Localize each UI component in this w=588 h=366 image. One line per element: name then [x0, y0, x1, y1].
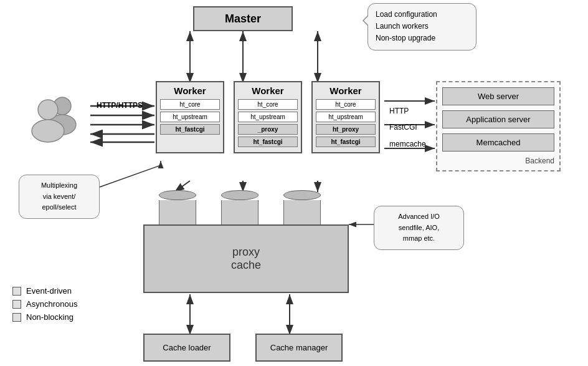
cyl-2-top	[221, 190, 258, 200]
worker-2-module-2: ht_upstream	[238, 112, 298, 122]
backend-panel: Web server Application server Memcached …	[436, 81, 561, 171]
backend-label: Backend	[442, 157, 554, 165]
worker-2-title: Worker	[238, 85, 298, 96]
worker-1-title: Worker	[160, 85, 220, 96]
app-server-item: Application server	[442, 110, 554, 128]
proxy-cache-label: proxycache	[231, 246, 261, 272]
master-callout-line3: Non-stop upgrade	[376, 32, 468, 44]
worker-1-module-1: ht_core	[160, 99, 220, 110]
master-callout-line2: Launch workers	[376, 21, 468, 32]
http-protocol-label: HTTP	[389, 103, 426, 119]
legend-square-2	[12, 300, 21, 309]
protocol-labels: HTTP FastCGI memcache	[389, 103, 426, 152]
advio-callout: Advanced I/Osendfile, AIO,mmap etc.	[374, 206, 464, 250]
worker-box-1: Worker ht_core ht_upstream ht_fastcgi	[156, 81, 224, 153]
workers-area: Worker ht_core ht_upstream ht_fastcgi Wo…	[156, 81, 380, 153]
multiplex-callout: Multiplexingvia kevent/epoll/select	[19, 175, 100, 219]
worker-2-module-4: ht_fastcgi	[238, 137, 298, 147]
cache-loader-box: Cache loader	[143, 334, 230, 362]
legend-label-1: Event-driven	[26, 286, 72, 296]
cache-loader-label: Cache loader	[163, 343, 211, 352]
fastcgi-protocol-label: FastCGI	[389, 119, 426, 135]
svg-point-28	[32, 120, 64, 142]
multiplex-text: Multiplexingvia kevent/epoll/select	[41, 181, 77, 211]
svg-point-27	[38, 100, 58, 120]
worker-1-module-3: ht_fastcgi	[160, 124, 220, 135]
diagram-container: HTTP/HTTPS Master Load configuration Lau…	[0, 0, 588, 366]
proxy-cache-box: proxycache	[143, 224, 349, 293]
master-label: Master	[225, 12, 261, 26]
legend-label-2: Asynchronous	[26, 299, 77, 309]
legend-item-3: Non-blocking	[12, 312, 77, 322]
web-server-item: Web server	[442, 87, 554, 105]
master-callout-line1: Load configuration	[376, 9, 468, 21]
worker-3-module-4: ht_fastcgi	[316, 137, 376, 147]
worker-2-module-3: _proxy	[238, 124, 298, 135]
worker-3-title: Worker	[316, 85, 376, 96]
worker-3-module-3: ht_proxy	[316, 124, 376, 135]
svg-line-22	[100, 165, 161, 187]
legend-square-3	[12, 313, 21, 322]
worker-box-3: Worker ht_core ht_upstream ht_proxy ht_f…	[311, 81, 380, 153]
legend: Event-driven Asynchronous Non-blocking	[12, 286, 77, 325]
cyl-3-top	[283, 190, 321, 200]
cache-manager-label: Cache manager	[270, 343, 328, 352]
master-callout: Load configuration Launch workers Non-st…	[368, 3, 477, 51]
advio-text: Advanced I/Osendfile, AIO,mmap etc.	[398, 213, 440, 242]
worker-box-2: Worker ht_core ht_upstream _proxy ht_fas…	[234, 81, 302, 153]
cache-manager-box: Cache manager	[255, 334, 343, 362]
users-icon	[26, 92, 82, 145]
cyl-1-top	[159, 190, 196, 200]
memcached-item: Memcached	[442, 133, 554, 152]
master-box: Master	[193, 6, 293, 31]
memcache-protocol-label: memcache	[389, 136, 426, 152]
worker-3-module-2: ht_upstream	[316, 112, 376, 122]
legend-square-1	[12, 287, 21, 296]
http-https-label: HTTP/HTTPS	[97, 101, 143, 110]
legend-item-1: Event-driven	[12, 286, 77, 296]
cache-bottom: Cache loader Cache manager	[143, 334, 343, 362]
worker-1-module-2: ht_upstream	[160, 112, 220, 122]
worker-2-module-1: ht_core	[238, 99, 298, 110]
legend-item-2: Asynchronous	[12, 299, 77, 309]
legend-label-3: Non-blocking	[26, 312, 74, 322]
worker-3-module-1: ht_core	[316, 99, 376, 110]
